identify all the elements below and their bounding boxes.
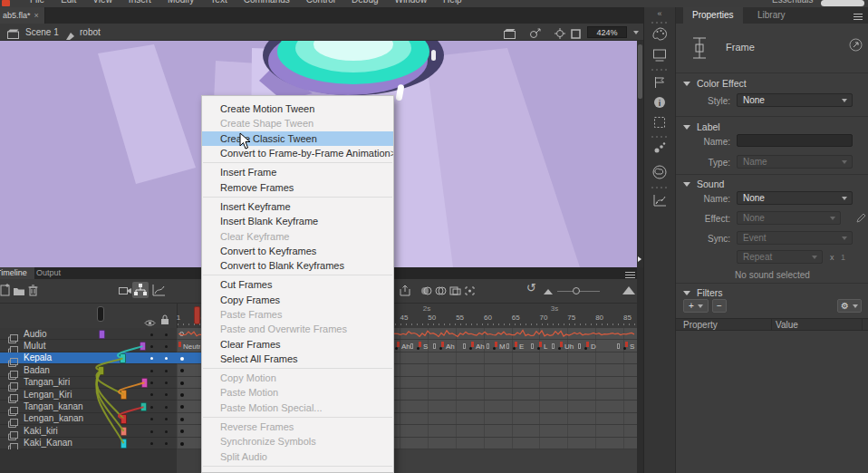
layer-visibility-dot[interactable] <box>150 370 153 372</box>
timeline-scrollbar[interactable] <box>637 267 643 473</box>
layer-lock-dot[interactable] <box>165 381 168 384</box>
menu-commands[interactable]: Commands <box>236 0 298 6</box>
stage-scrollbar-handle[interactable] <box>638 44 642 99</box>
close-tab-icon[interactable]: × <box>34 11 39 20</box>
ctx-item-insert-keyframe[interactable]: Insert Keyframe <box>202 199 393 214</box>
zoom-dropdown-chevron-icon[interactable] <box>633 31 639 34</box>
sound-sync-dropdown[interactable]: Event <box>737 231 853 245</box>
ctx-item-remove-frames[interactable]: Remove Frames <box>202 179 393 194</box>
new-layer-icon[interactable] <box>0 284 11 300</box>
onion-markers-icon[interactable] <box>464 284 476 300</box>
collapse-panels-icon[interactable]: « <box>657 9 661 18</box>
info-panel-icon[interactable]: i <box>653 96 666 112</box>
section-color-effect[interactable]: Color Effect <box>683 78 747 89</box>
onion-skin-outline-icon[interactable] <box>435 284 447 300</box>
menu-edit[interactable]: Edit <box>53 0 84 6</box>
layer-parent-chip[interactable] <box>140 342 146 352</box>
section-label[interactable]: Label <box>683 121 720 132</box>
layer-visibility-dot[interactable] <box>150 357 153 360</box>
transform-panel-icon[interactable] <box>653 116 666 132</box>
layer-parent-chip[interactable] <box>140 402 147 412</box>
layer-lock-dot[interactable] <box>165 393 168 396</box>
layer-visibility-dot[interactable] <box>150 333 153 336</box>
add-filter-button[interactable]: + <box>683 299 709 313</box>
ctx-item-actions[interactable]: Actions <box>202 468 393 473</box>
export-frame-icon[interactable] <box>399 284 411 300</box>
layer-row-audio[interactable]: Audio <box>0 328 177 340</box>
repeat-count-stepper[interactable]: 1 <box>841 253 845 262</box>
menu-help[interactable]: Help <box>435 0 470 6</box>
layer-lock-dot[interactable] <box>165 370 168 372</box>
edit-multiple-frames-icon[interactable] <box>449 284 461 300</box>
layer-depth-graph-icon[interactable] <box>152 284 166 300</box>
layer-visibility-dot[interactable] <box>150 418 153 420</box>
layer-row-kepala[interactable]: Kepala <box>0 352 177 364</box>
timeline-zoom-slider-handle[interactable] <box>573 287 580 294</box>
layer-visibility-dot[interactable] <box>150 406 153 409</box>
label-name-input[interactable] <box>737 134 853 147</box>
ctx-item-clear-frames[interactable]: Clear Frames <box>202 336 393 351</box>
playhead-marker[interactable] <box>194 306 200 324</box>
flag-panel-icon[interactable] <box>654 76 666 92</box>
ctx-item-select-all-frames[interactable]: Select All Frames <box>202 352 393 366</box>
layer-parent-chip[interactable] <box>121 414 127 424</box>
section-sound[interactable]: Sound <box>683 179 724 189</box>
layer-lock-dot[interactable] <box>165 418 168 420</box>
camera-icon[interactable] <box>119 284 132 300</box>
style-dropdown[interactable]: None <box>737 93 853 107</box>
motion-graph-icon[interactable] <box>652 194 667 211</box>
ctx-item-convert-to-frame-by-frame-animation[interactable]: Convert to Frame-by-Frame Animation> <box>202 146 393 160</box>
layer-parent-chip[interactable] <box>121 439 127 449</box>
layer-lock-dot[interactable] <box>165 406 168 409</box>
workspace-switcher[interactable]: Essentials <box>772 0 814 6</box>
menu-text[interactable]: Text <box>202 0 235 6</box>
layer-parent-chip[interactable] <box>121 427 127 437</box>
menu-debug[interactable]: Debug <box>343 0 386 6</box>
zoom-out-frames-icon[interactable] <box>544 289 553 294</box>
zoom-in-frames-icon[interactable] <box>622 286 635 294</box>
stage-scrollbar[interactable] <box>637 41 643 267</box>
layer-row-mulut[interactable]: Mulut <box>0 340 177 352</box>
zoom-level-input[interactable]: 424% <box>587 26 627 38</box>
layer-row-tangan_kanan[interactable]: Tangan_kanan <box>0 401 177 412</box>
align-panel-icon[interactable] <box>653 49 667 65</box>
menu-window[interactable]: Window <box>387 0 436 6</box>
breadcrumb-symbol[interactable]: robot <box>80 27 101 37</box>
layer-row-kaki_kanan[interactable]: Kaki_Kanan <box>0 438 177 449</box>
lock-icon[interactable] <box>160 313 169 329</box>
layer-row-tangan_kiri[interactable]: Tangan_kiri <box>0 377 177 389</box>
layer-visibility-dot[interactable] <box>150 393 153 396</box>
layer-row-kaki_kiri[interactable]: Kaki_kiri <box>0 425 177 437</box>
breadcrumb-scene[interactable]: Scene 1 <box>25 27 59 37</box>
ctx-item-copy-frames[interactable]: Copy Frames <box>202 293 393 307</box>
layer-parent-chip[interactable] <box>141 378 148 388</box>
creative-cloud-icon[interactable] <box>652 165 667 183</box>
menu-modify[interactable]: Modify <box>159 0 202 6</box>
sound-effect-dropdown[interactable]: None <box>737 211 841 225</box>
ctx-item-create-motion-tween[interactable]: Create Motion Tween <box>202 101 393 116</box>
sound-name-dropdown[interactable]: None <box>737 191 853 205</box>
ctx-item-cut-frames[interactable]: Cut Frames <box>202 277 393 292</box>
ctx-item-insert-blank-keyframe[interactable]: Insert Blank Keyframe <box>202 214 393 228</box>
layer-lock-dot[interactable] <box>165 442 168 445</box>
layer-lock-dot[interactable] <box>165 333 168 336</box>
filter-options-gear-button[interactable]: ⚙ <box>837 299 862 313</box>
layer-parent-chip[interactable] <box>120 353 126 363</box>
ctx-item-create-classic-tween[interactable]: Create Classic Tween <box>202 131 393 146</box>
brush-dots-icon[interactable] <box>653 141 666 158</box>
selected-frame-range[interactable] <box>177 352 201 364</box>
delete-layer-trash-icon[interactable] <box>28 284 38 300</box>
menu-control[interactable]: Control <box>298 0 343 6</box>
arrow-out-circle-icon[interactable] <box>849 38 863 55</box>
layer-parenting-icon[interactable] <box>132 282 149 298</box>
app-logo-icon[interactable] <box>2 0 10 6</box>
ctx-item-convert-to-blank-keyframes[interactable]: Convert to Blank Keyframes <box>202 258 393 273</box>
layer-row-lengan_kanan[interactable]: Lengan_kanan <box>0 413 177 425</box>
new-folder-icon[interactable] <box>13 284 25 300</box>
ctx-item-convert-to-keyframes[interactable]: Convert to Keyframes <box>202 244 393 258</box>
onion-skin-icon[interactable] <box>420 284 432 300</box>
document-tab[interactable]: ab5.fla* × <box>0 7 45 24</box>
menu-insert[interactable]: Insert <box>121 0 159 6</box>
layer-lock-dot[interactable] <box>165 430 168 433</box>
layer-visibility-dot[interactable] <box>150 381 153 384</box>
